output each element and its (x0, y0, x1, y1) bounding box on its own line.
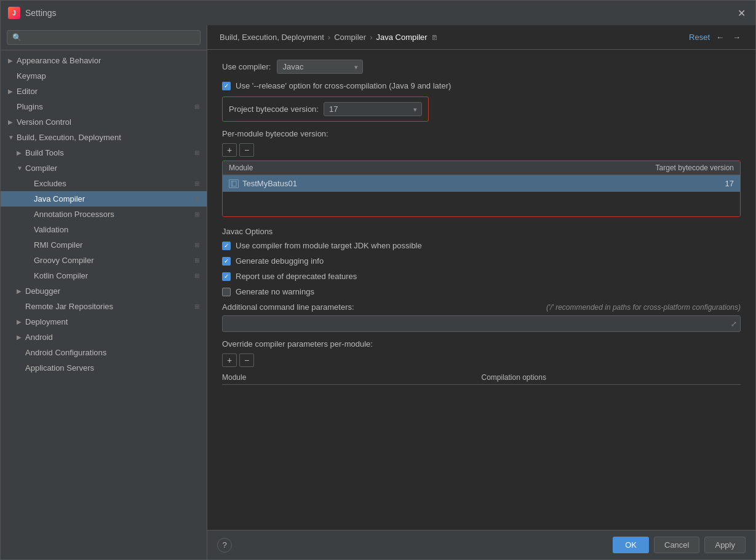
debugging-checkbox[interactable]: ✓ (222, 257, 231, 266)
nav-back-button[interactable]: ← (714, 31, 726, 43)
sidebar-item-label: Build Tools (25, 148, 192, 157)
sidebar-item-label: Keymap (17, 71, 199, 81)
close-button[interactable]: ✕ (735, 5, 748, 22)
expand-arrow: ▶ (17, 288, 25, 294)
sidebar-item-plugins[interactable]: Plugins ⊞ (1, 99, 207, 114)
sidebar-item-excludes[interactable]: Excludes ⊞ (1, 176, 207, 191)
sidebar-item-build[interactable]: ▼ Build, Execution, Deployment (1, 130, 207, 145)
release-option-label: Use '--release' option for cross-compila… (236, 81, 451, 90)
sidebar: ▶ Appearance & Behavior Keymap ▶ Editor … (1, 25, 207, 559)
sidebar-tree: ▶ Appearance & Behavior Keymap ▶ Editor … (1, 50, 207, 559)
sidebar-item-groovy[interactable]: Groovy Compiler ⊞ (1, 253, 207, 268)
breadcrumb-part2: Compiler (334, 33, 366, 42)
sidebar-item-label: Java Compiler (34, 194, 192, 203)
breadcrumb-icon: 🖹 (431, 34, 438, 41)
nav-forward-button[interactable]: → (730, 31, 743, 43)
additional-params-section: Additional command line parameters: ('/'… (222, 302, 741, 332)
ok-button[interactable]: OK (613, 537, 649, 553)
expand-arrow: ▶ (8, 57, 17, 64)
bytecode-version-select[interactable]: 17 11 8 (324, 102, 422, 116)
sidebar-item-keymap[interactable]: Keymap (1, 68, 207, 84)
sidebar-item-label: Deployment (25, 317, 199, 326)
checkmark-icon: ✓ (224, 273, 229, 280)
checkmark-icon: ✓ (224, 242, 229, 249)
override-table-header: Module Compilation options (222, 371, 741, 385)
override-module-col: Module (222, 373, 482, 382)
expand-arrow: ▼ (17, 165, 25, 172)
override-section: Override compiler parameters per-module:… (222, 339, 741, 385)
no-warnings-checkbox[interactable] (222, 288, 231, 296)
checkmark-icon: ✓ (224, 258, 229, 264)
app-icon: J (8, 7, 20, 19)
reset-button[interactable]: Reset (689, 33, 710, 42)
no-warnings-option-row: Generate no warnings (222, 287, 741, 296)
expand-icon[interactable]: ⤢ (731, 320, 737, 328)
sidebar-item-debugger[interactable]: ▶ Debugger (1, 283, 207, 299)
expand-arrow: ▶ (8, 88, 17, 95)
expand-arrow: ▼ (8, 134, 17, 141)
use-compiler-row: Use compiler: Javac Eclipse Ajc (222, 60, 741, 74)
sidebar-item-app-servers[interactable]: Application Servers (1, 360, 207, 376)
table-row[interactable]: TestMyBatus01 17 (223, 175, 740, 192)
sidebar-item-validation[interactable]: Validation (1, 222, 207, 237)
sidebar-item-editor[interactable]: ▶ Editor (1, 84, 207, 99)
breadcrumb-part3: Java Compiler (376, 33, 428, 42)
params-header: Additional command line parameters: ('/'… (222, 302, 741, 312)
sidebar-item-label: Appearance & Behavior (17, 56, 199, 65)
add-module-button[interactable]: + (222, 143, 237, 157)
sidebar-item-label: RMI Compiler (34, 240, 192, 250)
javac-options-title: Javac Options (222, 227, 741, 236)
sidebar-item-compiler[interactable]: ▼ Compiler (1, 160, 207, 176)
params-input-wrapper: ⤢ (222, 315, 741, 332)
sidebar-item-kotlin[interactable]: Kotlin Compiler ⊞ (1, 268, 207, 283)
additional-params-input[interactable] (222, 315, 741, 332)
per-module-label: Per-module bytecode version: (222, 129, 741, 138)
title-bar-left: J Settings (8, 7, 57, 19)
sidebar-item-java-compiler[interactable]: Java Compiler ⊞ (1, 191, 207, 207)
release-option-checkbox[interactable]: ✓ (222, 82, 231, 90)
sidebar-item-label: Remote Jar Repositories (25, 302, 192, 311)
breadcrumb-part1: Build, Execution, Deployment (220, 33, 324, 42)
cancel-button[interactable]: Cancel (654, 537, 699, 553)
help-button[interactable]: ? (217, 538, 232, 553)
sidebar-item-annotation[interactable]: Annotation Processors ⊞ (1, 207, 207, 222)
sidebar-item-deployment[interactable]: ▶ Deployment (1, 314, 207, 329)
sidebar-item-android[interactable]: ▶ Android (1, 329, 207, 345)
compiler-select[interactable]: Javac Eclipse Ajc (277, 60, 363, 74)
breadcrumb-sep2: › (370, 33, 372, 42)
module-column-header: Module (229, 164, 623, 172)
module-cell: TestMyBatus01 (229, 179, 623, 188)
sidebar-item-label: Android (25, 333, 199, 342)
per-module-section: Per-module bytecode version: + − Module … (222, 129, 741, 217)
sidebar-item-label: Kotlin Compiler (34, 271, 192, 280)
sidebar-item-build-tools[interactable]: ▶ Build Tools ⊞ (1, 145, 207, 160)
version-cell: 17 (623, 179, 734, 188)
project-bytecode-row: Project bytecode version: 17 11 8 (222, 97, 429, 122)
sidebar-item-label: Editor (17, 87, 199, 96)
sidebar-item-label: Plugins (17, 102, 192, 111)
remove-override-button[interactable]: − (239, 353, 254, 367)
debugging-option-row: ✓ Generate debugging info (222, 256, 741, 266)
table-empty-area (223, 192, 740, 216)
deprecated-checkbox[interactable]: ✓ (222, 272, 231, 281)
sidebar-item-remote-jar[interactable]: Remote Jar Repositories ⊞ (1, 299, 207, 314)
search-input[interactable] (7, 30, 201, 45)
module-name: TestMyBatus01 (242, 179, 297, 188)
pin-icon: ⊞ (194, 257, 199, 264)
use-compiler-checkbox[interactable]: ✓ (222, 242, 231, 250)
pin-icon: ⊞ (194, 303, 199, 310)
expand-arrow: ▶ (17, 334, 25, 341)
sidebar-item-rmi[interactable]: RMI Compiler ⊞ (1, 237, 207, 253)
version-column-header: Target bytecode version (623, 164, 734, 172)
module-toolbar: + − (222, 143, 741, 157)
sidebar-item-android-configs[interactable]: Android Configurations (1, 345, 207, 360)
apply-button[interactable]: Apply (704, 537, 746, 553)
sidebar-item-version-control[interactable]: ▶ Version Control (1, 114, 207, 130)
settings-content: Use compiler: Javac Eclipse Ajc ✓ Use (207, 50, 755, 530)
add-override-button[interactable]: + (222, 353, 237, 367)
sidebar-item-label: Version Control (17, 117, 199, 127)
bottom-bar: ? OK Cancel Apply (207, 530, 755, 559)
remove-module-button[interactable]: − (239, 143, 254, 157)
window-title: Settings (25, 8, 57, 18)
sidebar-item-appearance[interactable]: ▶ Appearance & Behavior (1, 53, 207, 68)
